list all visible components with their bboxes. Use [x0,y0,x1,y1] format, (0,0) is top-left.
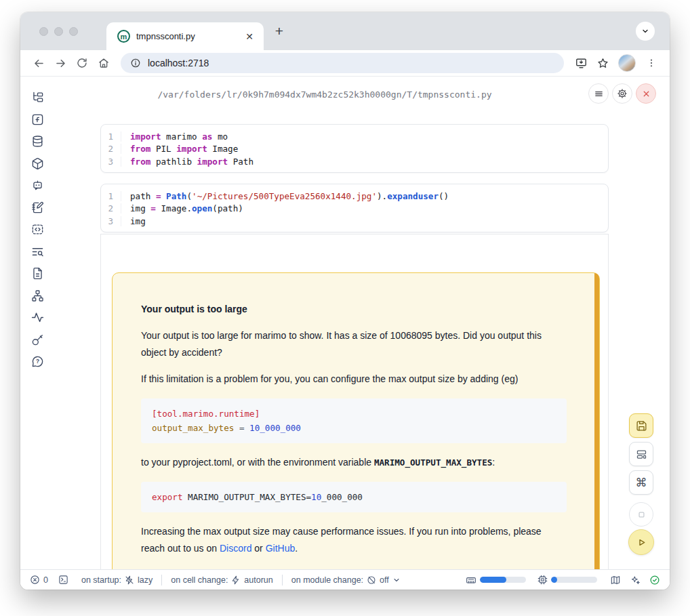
callout-content: Your output is too large Your output is … [113,273,599,569]
help-bubble-icon: ? [31,355,44,368]
minimap-button[interactable] [610,575,621,586]
layout-panels-icon [636,449,647,460]
kebab-menu-icon [646,58,657,68]
notebook-file-path: /var/folders/lr/0k9h7m094dx7wm4b2zc52k3h… [20,89,629,100]
cell-output-area: Your output is too large Your output is … [100,234,609,569]
tab-search-button[interactable] [636,22,655,41]
sidebar-item-tracing[interactable] [31,311,44,324]
tab-close-icon[interactable]: ✕ [242,29,257,44]
sidebar-item-file-explorer[interactable] [31,91,44,104]
url-bar[interactable]: localhost:2718 [121,53,564,73]
code-line: 3img [101,215,608,228]
url-text[interactable]: localhost:2718 [148,58,209,68]
svg-text:?: ? [36,358,39,365]
code-line: 3from pathlib import Path [101,155,608,168]
sidebar-item-dependency-graph[interactable] [31,289,44,302]
on-module-change-selector[interactable]: on module change: off [291,575,401,585]
save-floppy-icon [636,420,647,432]
site-info-icon[interactable] [130,58,141,68]
install-app-button[interactable] [571,53,591,73]
code-snippet-icon [31,223,44,236]
browser-window: m tmpnssconti.py ✕ + localhost:2718 [20,12,670,590]
zap-off-icon [125,575,134,585]
code-text: from PIL import Image [121,144,238,154]
on-startup-selector[interactable]: on startup: lazy [81,575,153,585]
minimize-window-button[interactable] [54,27,63,36]
terminal-button[interactable] [58,575,68,585]
text-search-icon [31,245,44,258]
code-cell-2[interactable]: 1path = Path('~/Pictures/500TypeEva2560x… [100,184,609,232]
gear-icon [617,88,628,99]
save-button[interactable] [629,413,653,438]
notebook-settings-button[interactable] [612,83,632,104]
memory-progress-bar [480,577,526,583]
new-tab-button[interactable]: + [269,21,289,41]
sidebar-item-variables[interactable] [31,113,44,126]
sidebar-item-snippets[interactable] [31,223,44,236]
layout-toggle-button[interactable] [629,442,653,466]
code-line: 2img = Image.open(path) [101,203,608,215]
circle-x-icon [30,575,40,585]
line-number: 1 [101,131,121,142]
browser-tab[interactable]: m tmpnssconti.py ✕ [106,22,264,50]
keyboard-shortcuts-button[interactable]: ⌘ [629,470,653,495]
sidebar-item-datasources[interactable] [31,135,44,148]
cpu-usage-indicator[interactable] [537,575,597,585]
close-window-button[interactable] [39,27,48,36]
stop-button[interactable] [629,502,653,527]
code-text: import marimo as mo [121,131,228,142]
reload-button[interactable] [72,53,92,73]
discord-link[interactable]: Discord [220,543,251,554]
sidebar-item-scratchpad[interactable] [31,201,44,214]
function-square-icon [31,113,44,126]
connection-status[interactable] [649,575,660,586]
home-button[interactable] [94,53,114,73]
install-icon [575,57,588,70]
sidebar-item-packages[interactable] [31,157,44,170]
browser-menu-button[interactable] [641,53,662,73]
bookmark-button[interactable] [592,53,613,73]
sparkles-icon [630,575,641,586]
callout-title: Your output is too large [141,302,567,316]
on-cell-change-selector[interactable]: on cell change: autorun [171,575,273,585]
sidebar-item-documentation[interactable] [31,267,44,280]
code-text: [tool.marimo.runtime] [152,407,556,421]
line-number: 2 [101,203,121,213]
github-link[interactable]: GitHub [266,543,296,554]
database-icon [31,135,44,148]
shutdown-button[interactable] [636,83,656,104]
back-button[interactable] [28,53,49,73]
zoom-window-button[interactable] [69,27,78,36]
forward-arrow-icon [54,57,67,70]
memory-usage-indicator[interactable] [466,575,526,586]
cpu-progress-bar [551,577,597,583]
notebook-header-actions [588,83,656,104]
reload-off-icon [367,575,376,585]
status-bar: 0 on startup: lazy on cell change: autor… [20,569,670,590]
on-startup-label: on startup: [81,575,121,585]
run-button[interactable] [628,529,654,555]
sidebar-item-secrets[interactable] [31,333,44,346]
key-icon [31,333,44,346]
memory-icon [466,575,476,586]
line-number: 2 [101,144,121,154]
ai-assist-button[interactable] [630,575,641,586]
sidebar-item-logs[interactable] [31,245,44,258]
code-cell-1[interactable]: 1import marimo as mo 2from PIL import Im… [100,124,609,173]
callout-paragraph-3: to your pyproject.toml, or with the envi… [141,454,567,471]
toml-code-block: [tool.marimo.runtime]output_max_bytes = … [141,398,567,443]
notebook-menu-button[interactable] [588,83,609,104]
bot-chat-icon [31,179,44,192]
sidebar-item-help[interactable]: ? [31,355,44,368]
error-count-indicator[interactable]: 0 [30,575,48,585]
callout-paragraph-1: Your output is too large for marimo to s… [141,327,567,361]
line-number: 1 [101,191,121,201]
sidebar-item-ai-chat[interactable] [31,179,44,192]
on-cell-change-label: on cell change: [171,575,228,585]
forward-button[interactable] [50,53,70,73]
profile-avatar[interactable] [618,54,636,72]
on-cell-change-value: autorun [244,575,272,585]
map-icon [610,575,621,586]
error-count: 0 [43,575,48,585]
back-arrow-icon [33,57,45,70]
